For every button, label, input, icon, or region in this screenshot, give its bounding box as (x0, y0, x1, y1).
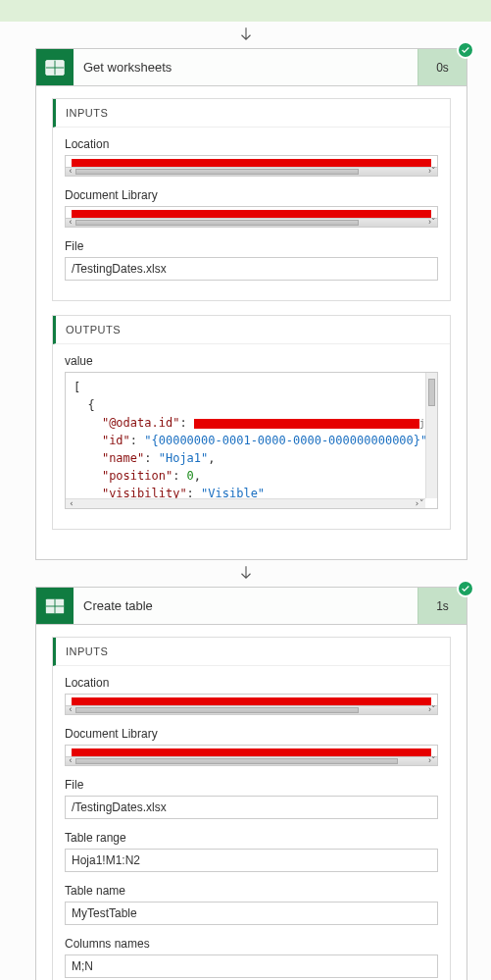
check-icon (461, 584, 470, 593)
scrollbar-thumb[interactable] (75, 758, 398, 764)
outputs-section: OUTPUTS value [ { "@odata.id": jmhO "id"… (52, 315, 451, 530)
scrollbar-thumb[interactable] (75, 169, 359, 175)
location-label: Location (65, 676, 438, 690)
action-title: Get worksheets (74, 49, 417, 85)
file-label: File (65, 239, 438, 253)
inputs-section: INPUTS Location ‹›˅ Document Library ‹›˅ (52, 637, 451, 980)
inputs-heading: INPUTS (53, 638, 450, 666)
location-value-redacted[interactable]: ‹›˅ (65, 694, 438, 715)
json-key-name: "name" (102, 451, 144, 465)
scroll-right-icon[interactable]: ›˅ (427, 218, 437, 227)
doclib-value-redacted[interactable]: ‹›˅ (65, 745, 438, 766)
table-range-label: Table range (65, 831, 438, 845)
table-name-value[interactable]: MyTestTable (65, 902, 438, 925)
scrollbar-thumb[interactable] (75, 220, 359, 226)
table-range-value[interactable]: Hoja1!M1:N2 (65, 849, 438, 872)
columns-names-label: Columns names (65, 937, 438, 951)
action-card-get-worksheets: Get worksheets 0s INPUTS Location ‹›˅ Do… (35, 48, 467, 560)
doclib-value-redacted[interactable]: ‹›˅ (65, 206, 438, 228)
excel-icon (36, 49, 74, 85)
previous-action-band (0, 0, 491, 22)
json-val-id: "{00000000-0001-0000-0000-000000000000}" (144, 434, 427, 447)
success-badge (457, 41, 474, 59)
horizontal-scrollbar[interactable]: ‹›˅ (66, 498, 425, 508)
json-key-odata: "@odata.id" (102, 416, 179, 430)
success-badge (457, 580, 474, 597)
arrow-down-icon (237, 564, 255, 582)
scroll-right-icon[interactable]: ›˅ (427, 167, 437, 176)
outputs-json[interactable]: [ { "@odata.id": jmhO "id": "{00000000-0… (65, 372, 438, 509)
scroll-left-icon[interactable]: ‹ (66, 756, 75, 765)
json-val-name: "Hoja1" (159, 451, 209, 465)
flow-arrow (0, 560, 491, 585)
json-key-id: "id" (102, 434, 130, 447)
inputs-section: INPUTS Location ‹›˅ Document Library ‹›˅ (52, 98, 451, 301)
scroll-right-icon[interactable]: ›˅ (414, 498, 425, 508)
scroll-left-icon[interactable]: ‹ (66, 218, 75, 227)
check-icon (461, 45, 470, 55)
json-val-position: 0 (187, 469, 194, 483)
file-value[interactable]: /TestingDates.xlsx (65, 796, 438, 819)
card-header[interactable]: Create table 1s (36, 588, 466, 625)
scrollbar-thumb[interactable] (75, 707, 359, 713)
action-title: Create table (74, 588, 417, 624)
card-header[interactable]: Get worksheets 0s (36, 49, 466, 86)
location-label: Location (65, 137, 438, 151)
file-value[interactable]: /TestingDates.xlsx (65, 257, 438, 281)
scroll-left-icon[interactable]: ‹ (66, 167, 75, 176)
doclib-label: Document Library (65, 188, 438, 202)
vertical-scrollbar[interactable] (425, 373, 437, 498)
scroll-right-icon[interactable]: ›˅ (427, 756, 437, 765)
scroll-left-icon[interactable]: ‹ (66, 705, 75, 714)
scrollbar-thumb[interactable] (428, 379, 435, 406)
arrow-down-icon (237, 26, 255, 43)
location-value-redacted[interactable]: ‹›˅ (65, 155, 438, 177)
inputs-heading: INPUTS (53, 99, 450, 128)
flow-arrow (0, 22, 491, 46)
json-key-position: "position" (102, 469, 172, 483)
action-card-create-table: Create table 1s INPUTS Location ‹›˅ Docu… (35, 587, 467, 980)
doclib-label: Document Library (65, 727, 438, 741)
value-label: value (65, 354, 438, 368)
outputs-heading: OUTPUTS (53, 316, 450, 344)
scroll-right-icon[interactable]: ›˅ (427, 705, 437, 714)
excel-icon (36, 588, 74, 624)
columns-names-value[interactable]: M;N (65, 954, 438, 978)
file-label: File (65, 778, 438, 792)
scroll-left-icon[interactable]: ‹ (66, 498, 77, 508)
table-name-label: Table name (65, 884, 438, 898)
redaction-bar (194, 419, 419, 429)
